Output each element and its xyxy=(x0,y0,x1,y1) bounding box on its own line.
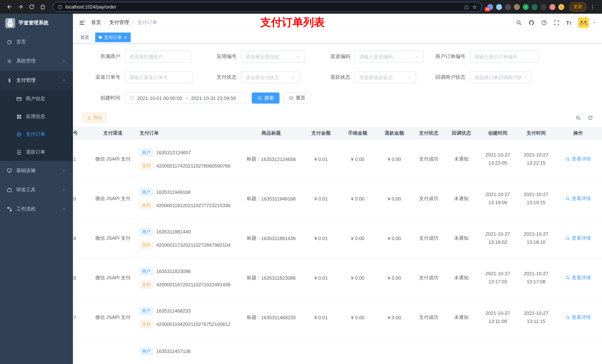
pay-status-select[interactable] xyxy=(246,74,289,80)
breadcrumb-current: 支付订单 xyxy=(137,19,157,26)
cell-create-time: 2021-10-27 13:19:09 xyxy=(482,190,513,207)
view-detail-link[interactable]: 查看详情 xyxy=(565,156,591,162)
breadcrumb-separator: / xyxy=(133,20,134,25)
extension-icon[interactable]: ✓ xyxy=(523,4,529,10)
reset-button[interactable]: 重置 xyxy=(283,93,311,104)
avatar-caret-icon[interactable] xyxy=(592,21,596,24)
cell-title: 标题：1635311881439 xyxy=(239,235,303,241)
font-size-icon[interactable]: TT xyxy=(566,20,572,26)
table-refresh-icon[interactable] xyxy=(588,115,593,120)
col-refund: 退款金额 xyxy=(376,130,412,136)
search-button[interactable]: 搜索 xyxy=(252,93,280,104)
channel-order-no-input[interactable] xyxy=(129,74,188,80)
app-no-select[interactable] xyxy=(246,54,294,59)
sidebar-item-merchant-info[interactable]: 商户信息 xyxy=(0,90,73,108)
chevron-down-icon xyxy=(523,75,527,80)
sidebar-item-workflow[interactable]: 工作流程 xyxy=(0,199,73,219)
address-bar[interactable]: localhost:1024/pay/order xyxy=(53,2,482,12)
channel-code-select[interactable] xyxy=(359,54,412,59)
magnifier-icon xyxy=(565,275,570,280)
extension-icon[interactable]: 10 xyxy=(487,4,493,10)
page-title-annotation: 支付订单列表 xyxy=(260,15,325,30)
forward-button[interactable] xyxy=(16,2,25,12)
cell-status: 支付成功 xyxy=(412,156,445,162)
site-info-icon[interactable] xyxy=(57,4,63,10)
sidebar-item-pay-order[interactable]: 支付订单 xyxy=(0,125,73,143)
filter-refund-status: 退款状态 xyxy=(300,71,416,83)
cell-amount: ¥ 0.01 xyxy=(303,275,339,281)
filter-merchant-order-no: 商户订单编号 xyxy=(424,51,539,62)
date-range-picker[interactable]: 2021-10-01 00:00:00 - 2021-10-31 23:59:5… xyxy=(125,92,246,104)
merchant-badge: 商户 xyxy=(140,347,153,355)
share-icon[interactable] xyxy=(464,4,469,10)
search-icon[interactable] xyxy=(516,20,522,26)
sidebar-item-system[interactable]: 系统管理 xyxy=(0,52,73,71)
extension-icon[interactable] xyxy=(505,4,511,10)
chevron-down-icon xyxy=(415,54,419,59)
col-id: 编号 xyxy=(73,130,78,136)
refund-status-select[interactable] xyxy=(359,74,405,80)
page-content: 所属商户 应用编号 渠道编码 商户订单编号 xyxy=(73,44,602,364)
update-button[interactable]: 更新 xyxy=(570,2,586,11)
cell-refund: ¥ 0.00 xyxy=(376,156,412,162)
close-icon[interactable]: × xyxy=(124,35,127,40)
extension-icon[interactable] xyxy=(532,4,538,10)
user-avatar[interactable] xyxy=(578,17,589,28)
export-button[interactable]: 导出 xyxy=(83,113,106,123)
sidebar-item-dev-tools[interactable]: 研发工具 xyxy=(0,180,73,199)
cell-notify: 未通知 xyxy=(445,235,478,241)
profile-avatar-icon[interactable]: ☺ xyxy=(558,4,564,10)
cell-channel: 微信 JSAPI 支付 xyxy=(90,314,136,321)
tab-pay-order[interactable]: 支付订单× xyxy=(95,32,130,42)
cell-pay-time: 2021-10-27 13:22:15 xyxy=(521,151,552,167)
cell-notify: 未通知 xyxy=(445,274,478,281)
callback-status-select[interactable] xyxy=(474,74,521,80)
cell-status: 支付成功 xyxy=(412,235,445,241)
browser-menu-icon[interactable]: ⋮ xyxy=(588,3,598,10)
flow-icon xyxy=(7,206,12,212)
sidebar-item-infrastructure[interactable]: 基础设施 xyxy=(0,161,73,180)
breadcrumb-payment[interactable]: 支付管理 xyxy=(109,19,129,26)
back-button[interactable] xyxy=(4,2,14,12)
sidebar-item-payment[interactable]: 支付管理 xyxy=(0,71,73,90)
merchant-order-no: 1635312124657 xyxy=(156,150,191,155)
github-icon[interactable] xyxy=(528,20,534,26)
col-notify: 回调状态 xyxy=(445,130,478,136)
bookmark-star-icon[interactable] xyxy=(472,4,477,10)
merchant-input[interactable] xyxy=(129,54,187,59)
col-fee: 手续金额 xyxy=(339,130,376,136)
url-text: localhost:1024/pay/order xyxy=(65,4,116,10)
merchant-badge: 商户 xyxy=(140,228,153,235)
cell-status: 支付成功 xyxy=(412,195,445,202)
view-detail-link[interactable]: 查看详情 xyxy=(565,235,591,241)
breadcrumb-home[interactable]: 首页 xyxy=(91,19,101,26)
extension-icon[interactable] xyxy=(514,4,520,10)
cell-pay-time: 2021-10-27 13:18:10 xyxy=(521,230,552,246)
table-row: 18 微信 JSAPI 支付 商户1635311823086 支付4200001… xyxy=(73,258,602,298)
sidebar-item-refund-order[interactable]: 退款订单 xyxy=(0,143,73,161)
tag-tabs-bar: 首页 支付订单× xyxy=(73,31,602,44)
app-title: 芋道管理系统 xyxy=(19,20,49,26)
cell-order: 商户1635311881440 支付4200001173202110272847… xyxy=(136,228,230,249)
merchant-order-no-input[interactable] xyxy=(474,54,535,59)
col-status: 支付状态 xyxy=(412,130,445,136)
help-icon[interactable] xyxy=(541,20,547,26)
table-search-icon[interactable] xyxy=(575,115,581,120)
extension-icon[interactable] xyxy=(540,4,547,10)
view-detail-link[interactable]: 查看详情 xyxy=(565,195,591,202)
extension-icon[interactable] xyxy=(496,4,502,10)
extension-icon[interactable] xyxy=(549,4,555,10)
sidebar-item-app-info[interactable]: 应用信息 xyxy=(0,108,73,125)
view-detail-link[interactable]: 查看详情 xyxy=(565,274,591,281)
fullscreen-icon[interactable] xyxy=(553,20,559,26)
col-title: 商品标题 xyxy=(239,130,303,136)
home-button[interactable] xyxy=(38,2,47,12)
table-header: 编号 支付渠道 支付订单 商品标题 支付金额 手续金额 退款金额 支付状态 回调… xyxy=(73,127,602,139)
sidebar-item-home[interactable]: 首页 xyxy=(0,32,73,52)
tab-home[interactable]: 首页 xyxy=(77,32,93,42)
filter-app-no: 应用编号 xyxy=(191,51,305,62)
reload-button[interactable] xyxy=(27,2,36,12)
magnifier-icon xyxy=(565,196,570,201)
sidebar-toggle-icon[interactable] xyxy=(73,14,91,31)
view-detail-link[interactable]: 查看详情 xyxy=(565,314,591,321)
